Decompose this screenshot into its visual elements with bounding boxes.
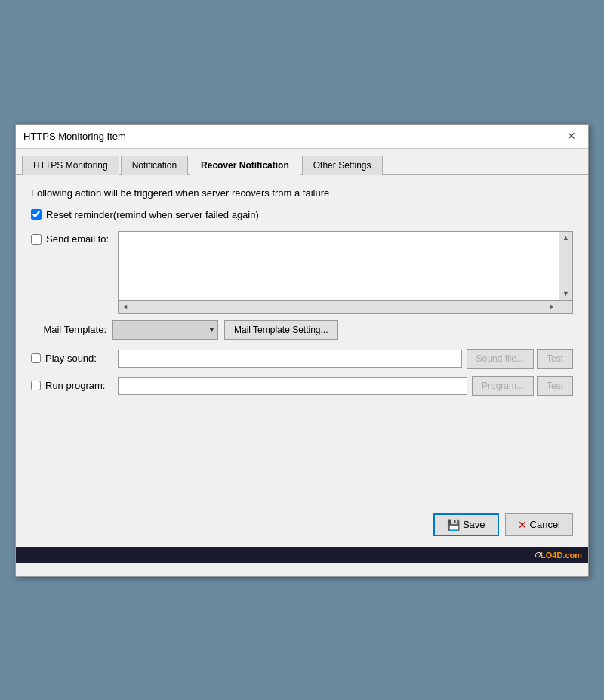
content-area: Following action will be triggered when … [16,175,588,415]
cancel-button[interactable]: ✕ Cancel [505,513,573,536]
play-sound-label: Play sound: [31,353,118,364]
bottom-buttons: 💾 Save ✕ Cancel [16,506,588,547]
template-select[interactable] [112,320,218,340]
send-email-checkbox[interactable] [31,234,42,245]
scroll-left-arrow[interactable]: ◄ [119,301,131,313]
save-icon: 💾 [447,519,460,531]
spacer [16,415,588,506]
program-file-input[interactable] [118,377,467,395]
sound-file-input[interactable] [118,350,462,368]
email-textarea-container: ▲ ▼ ◄ ► [118,231,573,314]
reset-reminder-row: Reset reminder(remind when server failed… [31,209,573,220]
mail-template-label: Mail Template: [31,324,106,335]
send-email-label: Send email to: [31,231,118,245]
mail-template-setting-button[interactable]: Mail Template Setting... [224,320,338,340]
scroll-corner [559,300,572,313]
reset-reminder-label: Reset reminder(remind when server failed… [46,209,259,220]
send-email-label-container: Send email to: [31,231,118,245]
close-button[interactable]: ✕ [562,128,581,143]
title-bar: HTTPS Monitoring Item ✕ [16,125,588,149]
save-button[interactable]: 💾 Save [433,513,499,536]
cancel-icon: ✕ [518,519,527,531]
reset-reminder-checkbox[interactable] [31,209,42,220]
window-title: HTTPS Monitoring Item [23,131,126,142]
mail-template-row: Mail Template: Mail Template Setting... [31,320,573,340]
scroll-down-arrow[interactable]: ▼ [559,288,572,300]
watermark-prefix: ⊙ [534,550,541,560]
sound-file-button[interactable]: Sound file... [467,349,534,369]
program-test-button[interactable]: Test [537,376,573,396]
run-program-checkbox[interactable] [31,381,41,390]
scrollbar-right[interactable]: ▲ ▼ [559,232,572,300]
description-text: Following action will be triggered when … [31,187,573,199]
tab-https-monitoring[interactable]: HTTPS Monitoring [22,156,119,175]
save-label: Save [463,519,485,530]
tab-recover-notification[interactable]: Recover Notification [190,156,300,175]
tab-bar: HTTPS Monitoring Notification Recover No… [16,149,588,175]
play-sound-row: Play sound: Sound file... Test [31,349,573,369]
email-textarea[interactable] [119,232,559,298]
send-email-row: Send email to: ▲ ▼ ◄ ► [31,231,573,314]
program-button[interactable]: Program... [472,376,534,396]
run-program-row: Run program: Program... Test [31,376,573,396]
template-select-wrapper [112,320,218,340]
scroll-up-arrow[interactable]: ▲ [559,232,572,244]
scroll-right-arrow[interactable]: ► [546,301,559,313]
scrollbar-bottom[interactable]: ◄ ► [119,300,559,313]
main-window: HTTPS Monitoring Item ✕ HTTPS Monitoring… [15,124,589,577]
watermark-bar: ⊙ LO4D.com [16,547,588,563]
cancel-label: Cancel [530,519,560,530]
watermark-text: LO4D.com [541,550,582,560]
run-program-label: Run program: [31,380,118,391]
sound-test-button[interactable]: Test [537,349,573,369]
tab-other-settings[interactable]: Other Settings [302,156,383,175]
tab-notification[interactable]: Notification [121,156,188,175]
play-sound-checkbox[interactable] [31,353,41,363]
